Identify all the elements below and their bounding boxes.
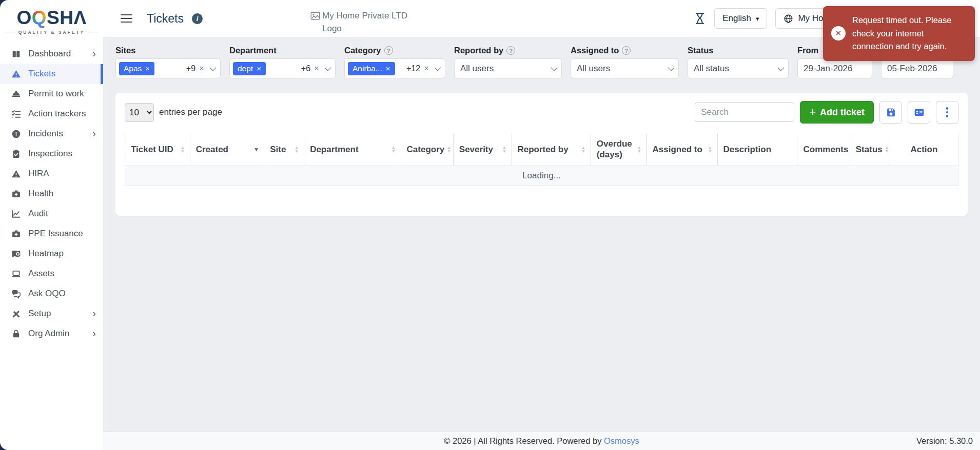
column-settings-button[interactable] [908, 101, 930, 124]
help-icon[interactable]: ? [384, 46, 393, 55]
search-input[interactable] [695, 103, 794, 122]
kebab-menu-icon [946, 107, 948, 117]
chip-remove-icon[interactable]: × [386, 64, 390, 73]
language-selector[interactable]: English ▾ [714, 8, 767, 29]
column-header-overdue-days[interactable]: Overdue (days)▴▾ [591, 133, 646, 166]
column-header-category[interactable]: Category▴▾ [401, 133, 453, 166]
sidebar-item-assets[interactable]: Assets [0, 264, 103, 284]
sidebar-item-label: PPE Issuance [28, 229, 83, 239]
loading-row: Loading... [125, 166, 958, 186]
globe-icon [783, 14, 793, 24]
language-label: English [722, 13, 751, 24]
more-count: +6 [301, 64, 310, 73]
sites-multiselect[interactable]: Apas× +9 × [115, 58, 221, 78]
filter-label: Category? [344, 46, 445, 55]
filter-label: Status [688, 46, 789, 55]
checklist-icon [10, 109, 22, 119]
assigned-to-select[interactable]: All users [571, 58, 679, 78]
column-header-ticket-uid[interactable]: Ticket UID▴▾ [125, 133, 190, 166]
close-icon[interactable]: ✕ [831, 26, 846, 40]
error-toast[interactable]: ✕ Request timed out. Please check your i… [823, 6, 975, 61]
column-header-assigned-to[interactable]: Assigned to▴▾ [646, 133, 717, 166]
sidebar-item-action-trackers[interactable]: Action trackers [0, 104, 103, 124]
sidebar-item-label: Setup [28, 309, 51, 319]
add-ticket-button[interactable]: + Add ticket [800, 101, 874, 124]
toast-message: Request timed out. Please check your int… [852, 14, 967, 53]
table-right-controls: + Add ticket [695, 101, 958, 124]
column-header-reported-by[interactable]: Reported by▴▾ [512, 133, 591, 166]
column-header-created[interactable]: Created▴▾ [190, 133, 264, 166]
date-value: 05-Feb-2026 [887, 64, 937, 74]
filter-label: Reported by? [454, 46, 562, 55]
sidebar-item-health[interactable]: Health [0, 184, 103, 204]
selected-value: All users [460, 64, 494, 74]
sidebar-item-label: Assets [28, 269, 54, 279]
sidebar-item-label: Action trackers [28, 109, 86, 119]
line-chart-icon [10, 209, 22, 219]
clear-all-icon[interactable]: × [199, 64, 204, 74]
hard-hat-icon [10, 89, 22, 99]
to-date-input[interactable]: 05-Feb-2026 [881, 58, 953, 78]
osmosys-link[interactable]: Osmosys [604, 436, 639, 445]
sidebar-item-label: Tickets [28, 69, 55, 79]
chevron-right-icon: › [92, 128, 96, 140]
brand-letters: SHΛ [47, 7, 87, 28]
info-icon[interactable]: i [192, 13, 203, 24]
from-date-input[interactable]: 29-Jan-2026 [797, 58, 872, 78]
more-count: +12 [406, 64, 420, 73]
reported-by-select[interactable]: All users [454, 58, 562, 78]
sidebar-background: OQSHΛ QUALITY & SAFETY Dashboard › Ticke… [0, 0, 103, 450]
help-icon[interactable]: ? [506, 46, 515, 55]
sidebar-item-incidents[interactable]: Incidents › [0, 124, 103, 144]
sidebar-item-tickets[interactable]: Tickets [0, 64, 103, 84]
chevron-down-icon [210, 65, 217, 71]
chip-remove-icon[interactable]: × [145, 64, 150, 73]
selected-value: All users [577, 64, 610, 74]
sidebar-item-permit-to-work[interactable]: Permit to work [0, 84, 103, 104]
card-list-icon [914, 107, 925, 118]
column-header-severity[interactable]: Severity▴▾ [453, 133, 512, 166]
filter-category: Category? Anirba...× +12 × [344, 46, 445, 78]
first-aid-kit-icon [10, 189, 22, 199]
brand-logo: OQSHΛ QUALITY & SAFETY [0, 5, 103, 37]
sidebar-item-ask-oqo[interactable]: Ask OQO [0, 284, 103, 304]
filter-assigned-to: Assigned to? All users [571, 46, 679, 78]
hourglass-icon[interactable] [694, 12, 706, 25]
save-view-button[interactable] [879, 101, 902, 124]
column-header-department[interactable]: Department▴▾ [304, 133, 401, 166]
dashboard-icon [10, 49, 22, 59]
sidebar-item-label: HIRA [28, 169, 49, 179]
department-multiselect[interactable]: dept× +6 × [229, 58, 336, 78]
help-icon[interactable]: ? [622, 46, 631, 55]
sidebar-item-inspections[interactable]: Inspections [0, 144, 103, 164]
sort-icon: ▴▾ [181, 146, 184, 153]
hamburger-menu-icon[interactable] [121, 14, 132, 23]
sidebar-item-org-admin[interactable]: Org Admin › [0, 324, 103, 344]
filter-sites: Sites Apas× +9 × [115, 46, 221, 78]
sidebar-item-setup[interactable]: Setup › [0, 304, 103, 324]
entries-per-page-select[interactable]: 10 [125, 103, 154, 122]
chevron-down-icon [435, 65, 441, 71]
status-select[interactable]: All status [688, 58, 789, 78]
selected-chip: Apas× [119, 62, 154, 75]
sidebar-item-dashboard[interactable]: Dashboard › [0, 44, 103, 64]
column-header-description: Description [717, 133, 797, 166]
brand-letter: O [16, 7, 31, 28]
sidebar-item-heatmap[interactable]: Heatmap [0, 244, 103, 264]
brand-name: OQSHΛ [0, 8, 103, 28]
tickets-card: 10 entries per page + Add ticket [115, 93, 968, 216]
entries-per-page-label: entries per page [159, 107, 222, 117]
column-header-site[interactable]: Site▴▾ [264, 133, 304, 166]
column-header-status[interactable]: Status▴▾ [850, 133, 890, 166]
floppy-disk-icon [886, 107, 896, 118]
sidebar-item-hira[interactable]: HIRA [0, 164, 103, 184]
chat-bubbles-icon [10, 289, 22, 299]
category-multiselect[interactable]: Anirba...× +12 × [344, 58, 445, 78]
sidebar-item-audit[interactable]: Audit [0, 204, 103, 224]
clear-all-icon[interactable]: × [314, 64, 319, 74]
chip-remove-icon[interactable]: × [257, 64, 261, 73]
clear-all-icon[interactable]: × [424, 64, 429, 74]
sidebar-nav: Dashboard › Tickets Permit to work Actio… [0, 44, 103, 344]
more-options-button[interactable] [936, 101, 958, 124]
sidebar-item-ppe-issuance[interactable]: PPE Issuance [0, 224, 103, 244]
